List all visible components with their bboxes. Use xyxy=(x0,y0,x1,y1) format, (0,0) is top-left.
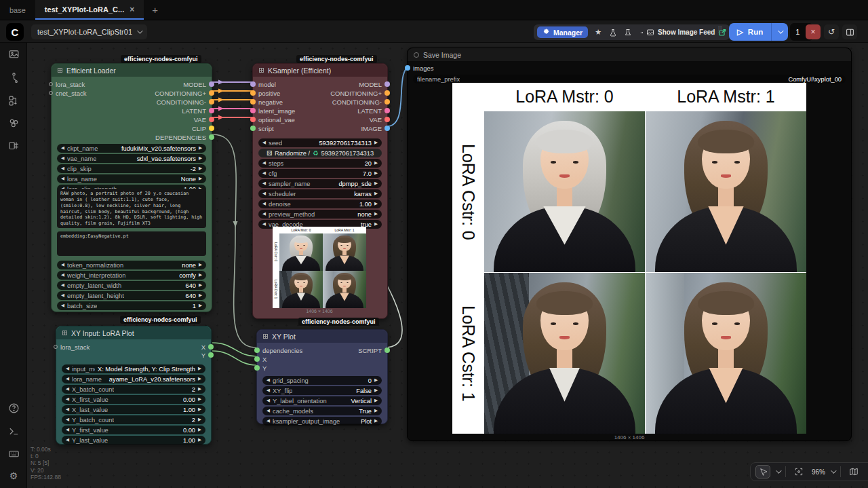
output-slot-x[interactable]: X xyxy=(201,343,214,352)
output-slot-conditioning-minus[interactable]: CONDITIONING- xyxy=(157,98,214,107)
widget-left-arrow-icon[interactable] xyxy=(66,438,69,443)
input-slot-cnet-stack[interactable]: cnet_stack xyxy=(49,89,86,98)
widget-lora-name[interactable]: lora_nameNone xyxy=(57,174,206,183)
slot-dot[interactable] xyxy=(384,126,390,131)
widget-left-arrow-icon[interactable] xyxy=(66,417,69,422)
slot-dot[interactable] xyxy=(209,117,214,122)
widget-left-arrow-icon[interactable] xyxy=(61,166,64,171)
widget-left-arrow-icon[interactable] xyxy=(61,273,64,278)
widget-batch-size[interactable]: batch_size1 xyxy=(57,301,206,310)
node-xy-plot[interactable]: XY Plot dependencies X Y SCRIPT grid_spa… xyxy=(256,329,388,424)
widget-seed[interactable]: seed593927061734313 xyxy=(258,138,382,147)
widget-left-arrow-icon[interactable] xyxy=(61,263,64,267)
widget-right-arrow-icon[interactable] xyxy=(199,146,202,151)
widget-right-arrow-icon[interactable] xyxy=(374,222,378,227)
widget-sampler-name[interactable]: sampler_namedpmpp_sde xyxy=(258,179,382,188)
slot-dot[interactable] xyxy=(250,126,256,131)
output-slot-y[interactable]: Y xyxy=(201,351,214,360)
widget-left-arrow-icon[interactable] xyxy=(262,171,266,176)
slot-dot[interactable] xyxy=(384,90,390,96)
widget-left-arrow-icon[interactable] xyxy=(66,377,69,381)
widget-right-arrow-icon[interactable] xyxy=(198,417,201,422)
chevron-down-icon[interactable] xyxy=(831,468,836,473)
widget-right-arrow-icon[interactable] xyxy=(199,273,202,278)
widget-right-arrow-icon[interactable] xyxy=(374,202,378,206)
cancel-button[interactable]: × xyxy=(806,24,821,39)
history-button[interactable]: ↺ xyxy=(824,24,839,39)
input-slot-dependencies[interactable]: dependencies xyxy=(254,346,302,355)
slot-dot[interactable] xyxy=(384,108,390,113)
output-slot-latent[interactable]: LATENT xyxy=(182,107,214,115)
node-save-image-header[interactable]: Save Image xyxy=(408,48,851,61)
widget-left-arrow-icon[interactable] xyxy=(61,146,64,151)
output-slot-vae[interactable]: VAE xyxy=(194,115,214,124)
widget-randomize-seed[interactable]: ⚄ Randomize / ♻ 593927061734313 xyxy=(258,149,382,157)
widget-left-arrow-icon[interactable] xyxy=(267,419,270,424)
widget-left-arrow-icon[interactable] xyxy=(262,161,266,166)
widget-right-arrow-icon[interactable] xyxy=(374,419,378,424)
slot-dot[interactable] xyxy=(254,365,260,371)
panel-toggle-button[interactable] xyxy=(842,24,857,39)
drag-handle-icon[interactable]: ⣿ xyxy=(717,28,723,32)
widget-left-arrow-icon[interactable] xyxy=(262,191,266,196)
widget-clip-skip[interactable]: clip_skip-2 xyxy=(57,164,206,173)
slot-dot[interactable] xyxy=(54,345,58,349)
show-image-feed-button[interactable]: Show Image Feed xyxy=(646,29,726,37)
slot-dot[interactable] xyxy=(250,108,256,113)
slot-dot[interactable] xyxy=(384,348,390,353)
slot-dot[interactable] xyxy=(384,81,390,87)
slot-dot[interactable] xyxy=(254,348,260,353)
node-xy-input-lora-plot[interactable]: XY Input: LoRA Plot lora_stack X Y input… xyxy=(56,326,212,445)
widget-left-arrow-icon[interactable] xyxy=(267,378,270,383)
widget-xy-flip[interactable]: XY_flipFalse xyxy=(262,386,382,395)
slot-dot[interactable] xyxy=(49,82,53,86)
widget-right-arrow-icon[interactable] xyxy=(374,191,378,196)
widget-right-arrow-icon[interactable] xyxy=(199,166,202,171)
slot-dot[interactable] xyxy=(405,65,410,71)
widget-right-arrow-icon[interactable] xyxy=(374,140,378,145)
widget-left-arrow-icon[interactable] xyxy=(61,303,64,308)
run-options-button[interactable] xyxy=(771,23,788,41)
node-efficient-loader[interactable]: Efficient Loader lora_stack cnet_stack M… xyxy=(51,63,212,312)
output-slot-model[interactable]: MODEL xyxy=(183,80,214,89)
widget-right-arrow-icon[interactable] xyxy=(374,171,378,176)
chevron-down-icon[interactable] xyxy=(776,468,781,473)
widget-right-arrow-icon[interactable] xyxy=(374,398,378,403)
slot-dot[interactable] xyxy=(250,90,256,96)
widget-right-arrow-icon[interactable] xyxy=(199,293,202,298)
widget-right-arrow-icon[interactable] xyxy=(199,176,202,181)
positive-prompt-textarea[interactable]: RAW photo, a portrait photo of 20 y.o ca… xyxy=(57,189,206,228)
sidebar-help-icon[interactable] xyxy=(7,401,20,415)
star-icon[interactable]: ★ xyxy=(593,28,603,37)
sidebar-node-library-icon[interactable] xyxy=(7,94,20,107)
widget-right-arrow-icon[interactable] xyxy=(199,303,202,308)
tab-close-icon[interactable]: × xyxy=(130,5,134,14)
widget-right-arrow-icon[interactable] xyxy=(198,377,201,381)
sidebar-keyboard-icon[interactable] xyxy=(7,447,20,460)
output-slot-script[interactable]: SCRIPT xyxy=(358,346,390,355)
output-slot-conditioning-plus[interactable]: CONDITIONING+ xyxy=(330,89,390,98)
slot-dot[interactable] xyxy=(209,134,214,140)
select-tool-button[interactable] xyxy=(755,465,770,478)
xy-plot-image[interactable]: LoRA Mstr: 0 LoRA Mstr: 1 LoRA Cstr: 0 L… xyxy=(452,83,806,440)
output-slot-clip[interactable]: CLIP xyxy=(192,124,214,133)
tab-base[interactable]: base xyxy=(0,0,35,20)
widget-left-arrow-icon[interactable] xyxy=(66,397,69,402)
output-slot-conditioning-minus[interactable]: CONDITIONING- xyxy=(332,98,390,107)
widget-token-normalization[interactable]: token_normalizationnone xyxy=(57,261,206,269)
input-slot-optional-vae[interactable]: optional_vae xyxy=(250,115,295,124)
slot-dot[interactable] xyxy=(49,91,53,95)
widget-ckpt-name[interactable]: ckpt_namefudukiMix_v20.safetensors xyxy=(57,144,206,153)
slot-dot[interactable] xyxy=(209,126,214,131)
slot-dot[interactable] xyxy=(384,99,390,105)
input-slot-lora-stack[interactable]: lora_stack xyxy=(54,343,90,352)
widget-y-label-orientation[interactable]: Y_label_orientationVertical xyxy=(262,396,382,405)
slot-dot[interactable] xyxy=(254,356,260,362)
widget-x-first-value[interactable]: X_first_value0.00 xyxy=(62,395,205,404)
widget-left-arrow-icon[interactable] xyxy=(66,407,69,412)
widget-left-arrow-icon[interactable] xyxy=(61,156,64,161)
widget-empty-latent-width[interactable]: empty_latent_width640 xyxy=(57,281,206,290)
node-header[interactable]: XY Plot xyxy=(257,330,387,343)
slot-dot[interactable] xyxy=(208,344,214,350)
flask-icon[interactable] xyxy=(608,28,618,37)
